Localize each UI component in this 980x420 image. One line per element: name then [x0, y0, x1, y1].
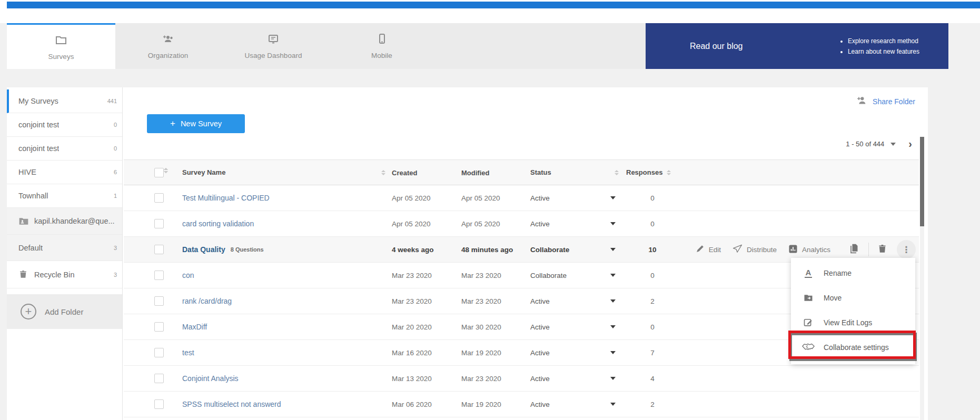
read-our-blog-link[interactable]: Read our blog	[690, 42, 743, 51]
status-caret-icon[interactable]	[610, 248, 616, 251]
status-caret-icon[interactable]	[610, 403, 616, 406]
analytics-button[interactable]: Analytics	[788, 244, 830, 255]
created-cell: Mar 23 2020	[392, 272, 461, 279]
sidebar-item-default[interactable]: Default 3	[7, 235, 122, 261]
menu-item-collaborate-settings[interactable]: Collaborate settings	[791, 335, 915, 359]
dashboard-monitor-icon	[267, 33, 280, 47]
survey-name-link[interactable]: SPSS multiselect not answerd	[182, 400, 281, 408]
row-checkbox[interactable]	[154, 193, 164, 203]
folder-count: 441	[107, 98, 117, 104]
created-cell: Mar 16 2020	[392, 349, 461, 357]
sidebar-item-townhall[interactable]: Townhall 1	[7, 184, 122, 208]
column-header-survey-name[interactable]: Survey Name	[164, 168, 392, 176]
scrollbar-thumb[interactable]	[920, 137, 924, 226]
menu-item-rename[interactable]: A Rename	[791, 261, 915, 285]
banner-bullet-list: Explore research method Learn about new …	[840, 34, 919, 58]
responses-cell: 0	[626, 194, 679, 202]
add-folder-button[interactable]: + Add Folder	[7, 294, 122, 329]
responses-cell: 10	[626, 246, 679, 254]
responses-cell: 7	[626, 349, 679, 357]
row-checkbox[interactable]	[154, 271, 164, 280]
responses-cell: 4	[626, 375, 679, 383]
tab-surveys[interactable]: Surveys	[7, 23, 115, 69]
sidebar-item-conjoint-test-2[interactable]: conjoint test 0	[7, 137, 122, 161]
table-header-row: Survey Name Created Modified Status Resp…	[124, 159, 919, 185]
banner-bullet: Explore research method	[848, 37, 919, 45]
new-survey-button[interactable]: + New Survey	[147, 114, 245, 133]
rename-icon: A	[801, 268, 815, 278]
row-checkbox[interactable]	[154, 399, 164, 409]
tab-organization[interactable]: Organization	[115, 23, 221, 69]
modified-cell: Mar 23 2020	[461, 272, 530, 279]
column-header-status[interactable]: Status	[530, 168, 626, 176]
status-caret-icon[interactable]	[610, 351, 616, 354]
survey-name-link[interactable]: rank /card/drag	[182, 297, 232, 305]
status-caret-icon[interactable]	[610, 377, 616, 380]
distribute-button[interactable]: Distribute	[732, 244, 777, 255]
folder-icon	[55, 34, 67, 48]
plus-circle-icon: +	[21, 304, 36, 319]
responses-cell: 2	[626, 401, 679, 408]
sidebar-item-shared-account[interactable]: kapil.khandekar@que...	[7, 208, 122, 235]
table-scrollbar[interactable]	[920, 137, 924, 420]
status-cell: Active	[530, 375, 550, 383]
column-header-modified[interactable]: Modified	[461, 168, 530, 177]
sidebar-item-conjoint-test-1[interactable]: conjoint test 0	[7, 113, 122, 137]
table-row[interactable]: Test Multilingual - COPIED Apr 05 2020 A…	[124, 185, 919, 211]
row-checkbox[interactable]	[154, 322, 164, 332]
next-page-button[interactable]: ›	[908, 138, 912, 150]
survey-name-link[interactable]: Test Multilingual - COPIED	[182, 194, 270, 202]
status-caret-icon[interactable]	[610, 196, 616, 199]
content-card: My Surveys 441 conjoint test 0 conjoint …	[7, 87, 928, 420]
status-caret-icon[interactable]	[610, 325, 616, 328]
copy-icon	[848, 243, 859, 256]
add-person-icon	[856, 95, 867, 108]
survey-name-link[interactable]: MaxDiff	[182, 323, 207, 331]
row-checkbox[interactable]	[154, 296, 164, 306]
tab-usage-dashboard[interactable]: Usage Dashboard	[221, 23, 326, 69]
copy-survey-button[interactable]	[848, 243, 859, 256]
select-all-checkbox[interactable]	[154, 168, 164, 177]
survey-name-link[interactable]: test	[182, 348, 194, 357]
status-cell: Collaborate	[530, 246, 569, 254]
delete-survey-button[interactable]	[877, 244, 887, 256]
table-row[interactable]: card sorting validation Apr 05 2020 Apr …	[124, 211, 919, 237]
menu-item-view-edit-logs[interactable]: View Edit Logs	[791, 310, 915, 335]
row-checkbox[interactable]	[154, 374, 164, 383]
survey-name-link[interactable]: con	[182, 271, 194, 279]
sidebar-item-recycle-bin[interactable]: Recycle Bin 3	[7, 261, 122, 288]
responses-cell: 0	[626, 272, 679, 279]
tab-label: Surveys	[48, 53, 74, 61]
survey-name-link[interactable]: Conjoint Analysis	[182, 374, 239, 383]
responses-cell: 0	[626, 323, 679, 331]
more-actions-button[interactable]: ⋮	[897, 240, 916, 259]
modified-cell: Mar 30 2020	[461, 323, 530, 331]
sidebar-item-my-surveys[interactable]: My Surveys 441	[7, 89, 122, 113]
status-caret-icon[interactable]	[610, 299, 616, 303]
row-checkbox[interactable]	[154, 245, 164, 254]
page-range-dropdown[interactable]: 1 - 50 of 444	[846, 140, 896, 148]
share-folder-button[interactable]: Share Folder	[856, 95, 915, 108]
created-cell: Mar 23 2020	[392, 297, 461, 305]
survey-name-link[interactable]: card sorting validation	[182, 219, 254, 228]
sidebar-item-hive[interactable]: HIVE 6	[7, 161, 122, 184]
dots-vertical-icon: ⋮	[902, 244, 911, 255]
status-caret-icon[interactable]	[610, 222, 616, 225]
row-checkbox[interactable]	[154, 219, 164, 228]
status-cell: Active	[530, 401, 550, 408]
status-caret-icon[interactable]	[610, 274, 616, 277]
column-header-created[interactable]: Created	[392, 168, 461, 177]
menu-item-move[interactable]: Move	[791, 285, 915, 310]
table-row[interactable]: SPSS multiselect not answerd Mar 06 2020…	[124, 392, 919, 417]
row-checkbox[interactable]	[154, 348, 164, 357]
caret-down-icon	[890, 143, 896, 146]
tab-mobile[interactable]: Mobile	[326, 23, 438, 69]
column-header-responses[interactable]: Responses	[626, 168, 679, 176]
responses-cell: 0	[626, 220, 679, 228]
edit-button[interactable]: Edit	[696, 244, 721, 255]
modified-cell: Mar 23 2020	[461, 297, 530, 305]
move-folder-icon	[801, 293, 815, 303]
survey-name-link[interactable]: Data Quality	[182, 245, 225, 254]
table-row[interactable]: Conjoint Analysis Mar 13 2020 Mar 23 202…	[124, 366, 919, 392]
created-cell: Mar 06 2020	[392, 401, 461, 408]
